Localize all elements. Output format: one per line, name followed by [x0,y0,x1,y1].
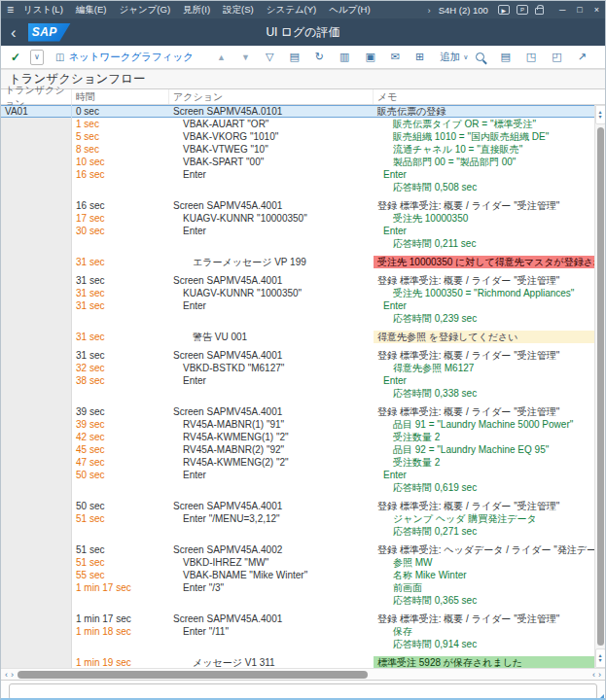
table-row[interactable]: 31 secKUAGV-KUNNR "1000350"受注先 1000350 =… [1,287,594,299]
resize-grip[interactable] [597,694,604,700]
cell-time: 10 sec [72,156,169,168]
table-row[interactable]: 50 secScreen SAPMV45A.4001登録 標準受注: 概要 / … [1,500,594,512]
table-row[interactable]: 39 secScreen SAPMV45A.4001登録 標準受注: 概要 / … [1,405,594,418]
command-dropdown-icon[interactable]: ∨ [34,52,40,61]
table-row[interactable]: 応答時間 0,239 sec [1,312,594,325]
grid-view-icon[interactable]: ⊞ [415,51,424,63]
table-row[interactable]: 17 secKUAGV-KUNNR "10000350"受注先 10000350 [1,212,594,225]
hamburger-menu-icon[interactable]: ≡ [7,3,14,17]
menu-item-system[interactable]: システム(Y) [267,4,317,17]
table-row[interactable]: 32 secVBKD-BSTKD "M6127"得意先参照 M6127 [1,362,594,374]
horizontal-scrollbar[interactable]: ‹ › ‹ › [1,668,605,680]
table-row[interactable]: 応答時間 0,211 sec [1,237,594,250]
table-row[interactable]: 1 min 17 secEnter "/3"前画面 [1,581,594,594]
new-window-icon[interactable]: ◳ [526,51,536,63]
filter-icon[interactable]: ▽ [266,51,273,63]
table-row[interactable]: 応答時間 0,271 sec [1,525,594,538]
table-row[interactable]: 応答時間 0,914 sec [1,638,594,650]
cell-action: Enter "/3" [169,581,374,594]
table-row[interactable]: 31 sec警告 VU 001得意先参照 を登録してください [1,331,594,343]
vertical-scroll-thumb[interactable] [597,127,604,646]
table-row[interactable]: 応答時間 0,619 sec [1,481,594,494]
mail-icon[interactable]: ✉ [391,51,400,63]
table-row[interactable]: 51 secVBKD-IHREZ "MW"参照 MW [1,556,594,569]
menu-item-list[interactable]: リスト(L) [23,4,63,17]
command-field[interactable]: ∨ [30,50,44,65]
table-row[interactable]: 31 secEnterEnter [1,299,594,312]
table-row[interactable]: 16 secScreen SAPMV45A.4001登録 標準受注: 概要 / … [1,199,594,212]
session-icon[interactable]: P [517,5,528,15]
details-icon[interactable]: ▤ [289,51,299,63]
menu-item-view[interactable]: 見所(I) [183,4,210,17]
status-message-field[interactable] [9,683,597,700]
vertical-scroll-buttons-bottom[interactable]: ▴ ▾ [595,648,606,668]
scroll-left-icon-right[interactable]: ‹ [592,670,595,680]
export-icon[interactable]: ▥ [339,51,349,63]
cell-transaction [1,130,72,143]
scroll-right-icon-right[interactable]: › [598,670,601,680]
close-button[interactable]: × [594,5,599,15]
column-header-time[interactable]: 時間 [72,89,169,104]
gui-scripting-icon[interactable]: ▶ [498,5,510,15]
cell-transaction [1,569,72,581]
table-row[interactable]: 1 min 18 secEnter "/11"保存 [1,625,594,638]
cell-time: 1 sec [72,118,169,130]
cell-transaction [1,512,72,525]
table-row[interactable]: 30 secEnterEnter [1,225,594,237]
network-graphic-button[interactable]: ◫ ネットワークグラフィック [55,51,194,64]
menu-item-settings[interactable]: 設定(S) [223,4,254,17]
menu-item-goto[interactable]: ジャンプ(G) [119,4,170,17]
print-icon[interactable]: ▤ [500,51,510,63]
table-row[interactable]: 1 secVBAK-AUART "OR"販売伝票タイプ OR = "標準受注" [1,118,594,130]
table-row[interactable]: 31 secScreen SAPMV45A.4001登録 標準受注: 概要 / … [1,349,594,362]
table-row[interactable]: 42 secRV45A-KWMENG(1) "2"受注数量 2 [1,431,594,443]
table-row[interactable]: 31 secScreen SAPMV45A.4001登録 標準受注: 概要 / … [1,274,594,287]
maximize-button[interactable]: □ [577,5,582,15]
cell-action [169,237,374,250]
horizontal-scroll-thumb[interactable] [18,671,368,679]
sort-ascending-icon[interactable]: ▲ [217,52,226,62]
scroll-down-icon-bottom[interactable]: ▾ [598,658,601,663]
table-row[interactable]: VA010 secScreen SAPMV45A.0101販売伝票の登録 [1,105,594,118]
table-row[interactable]: 応答時間 0,338 sec [1,387,594,400]
overflow-chevron-icon[interactable]: › [428,5,431,16]
table-row[interactable]: 応答時間 0,365 sec [1,594,594,607]
table-row[interactable]: 38 secEnterEnter [1,374,594,387]
table-row[interactable]: 1 min 19 secメッセージ V1 311標準受注 5928 が保存されま… [1,656,594,668]
add-button[interactable]: 追加 ∨ [440,51,468,64]
table-row[interactable]: 10 secVBAK-SPART "00"製品部門 00 = "製品部門 00" [1,156,594,168]
table-row[interactable]: 47 secRV45A-KWMENG(2) "2"受注数量 2 [1,456,594,469]
table-row[interactable]: 1 min 17 secScreen SAPMV45A.4001登録 標準受注:… [1,612,594,625]
minimize-button[interactable]: ─ [559,5,565,15]
table-row[interactable]: 8 secVBAK-VTWEG "10"流通チャネル 10 = "直接販売" [1,143,594,156]
table-row[interactable]: 51 secEnter "/MENU=3,2,12"ジャンプ ヘッダ 購買発注デ… [1,512,594,525]
scroll-right-icon[interactable]: › [11,670,14,680]
table-row[interactable]: 5 secVBAK-VKORG "1010"販売組織 1010 = "国内販売組… [1,130,594,143]
cell-time: 47 sec [72,456,169,469]
table-row[interactable]: 応答時間 0,508 sec [1,181,594,193]
table-row[interactable]: 51 secScreen SAPMV45A.4002登録 標準受注: ヘッダデー… [1,543,594,556]
lock-icon[interactable] [535,8,544,15]
column-header-transaction[interactable]: トランザクション [1,89,72,104]
popup-window-icon[interactable]: ◰ [552,51,561,63]
column-header-memo[interactable]: メモ [374,89,594,104]
table-row[interactable]: 55 secVBAK-BNAME "Mike Winter"名称 Mike Wi… [1,569,594,581]
table-row[interactable]: 39 secRV45A-MABNR(1) "91"品目 91 = "Laundr… [1,418,594,431]
table-row[interactable]: 31 secエラーメッセージ VP 199受注先 10000350 に対して得意… [1,256,594,268]
refresh-icon[interactable]: ↻ [315,51,324,63]
menu-item-help[interactable]: ヘルプ(H) [329,4,370,17]
copy-icon[interactable]: ▣ [365,51,374,63]
sort-descending-icon[interactable]: ▼ [241,52,250,62]
shortcut-icon[interactable]: ↗ [578,51,587,63]
vertical-scroll-buttons[interactable]: ▴ ▾ [595,105,606,124]
scroll-down-icon[interactable]: ▾ [598,115,601,120]
table-row[interactable]: 16 secEnterEnter [1,168,594,181]
continue-button[interactable]: ✓ [11,51,20,64]
scroll-left-icon[interactable]: ‹ [5,670,8,680]
vertical-scrollbar[interactable]: ▴ ▾ ▴ ▾ [594,105,605,668]
table-row[interactable]: 50 secEnterEnter [1,469,594,481]
table-row[interactable]: 45 secRV45A-MABNR(2) "92"品目 92 = "Laundr… [1,443,594,456]
column-header-action[interactable]: アクション [169,89,374,104]
search-icon[interactable] [476,52,484,61]
menu-item-edit[interactable]: 編集(E) [76,4,107,17]
